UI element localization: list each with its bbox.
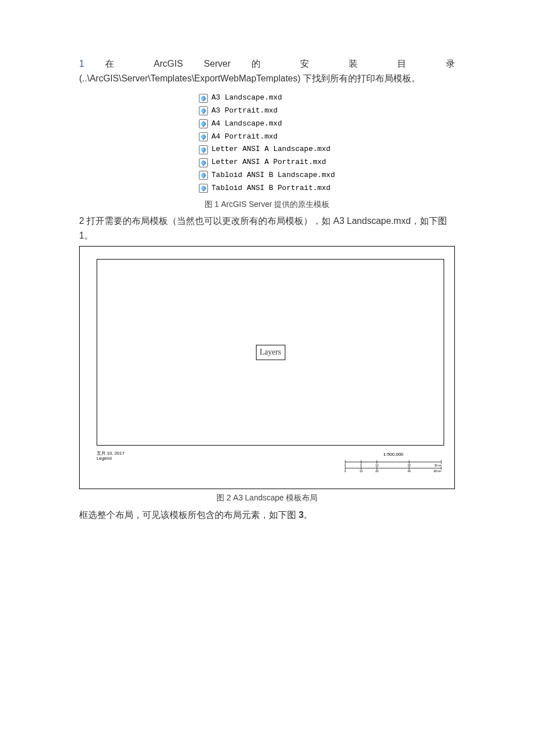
svg-text:20: 20 (407, 464, 411, 467)
svg-text:30 mi: 30 mi (435, 464, 441, 467)
scale-block: 1:500,000 0 5 10 20 30 mi (342, 451, 444, 472)
file-item: Tabloid ANSI B Portrait.mxd (199, 183, 331, 195)
svg-text:60 km: 60 km (433, 469, 441, 472)
file-item: Tabloid ANSI B Landscape.mxd (199, 170, 335, 182)
p1-w2: ArcGIS (154, 59, 183, 68)
paragraph-1-line-2: (..\ArcGIS\Server\Templates\ExportWebMap… (79, 71, 455, 86)
file-item: Letter ANSI A Landscape.mxd (199, 144, 331, 155)
paragraph-3: 框选整个布局，可见该模板所包含的布局元素，如下图 3。 (79, 508, 455, 522)
file-name: A3 Portrait.mxd (211, 105, 277, 117)
layout-footer-row: 五月 10, 2017 Legend 1:500,000 0 5 (97, 451, 444, 472)
file-name: Tabloid ANSI B Landscape.mxd (211, 170, 335, 182)
mxd-file-icon (199, 106, 208, 115)
p1-w3: Server (204, 59, 231, 68)
mxd-file-icon (199, 158, 208, 167)
file-name: A4 Portrait.mxd (211, 131, 277, 143)
p1-w4: 的 (251, 59, 279, 68)
layout-legend-label: Legend (97, 456, 124, 461)
mxd-file-icon (199, 132, 208, 141)
template-file-list: A3 Landscape.mxd A3 Portrait.mxd A4 Land… (199, 92, 335, 194)
paragraph-3-b: 。 (303, 510, 312, 520)
paragraph-2-text: 打开需要的布局模板（当然也可以更改所有的布局模板），如 A3 Landscape… (79, 216, 447, 240)
file-item: A3 Landscape.mxd (199, 92, 282, 104)
document-page: 1 在 ArcGIS Server 的 安 装 目 录 (..\ArcGIS\S… (0, 0, 534, 568)
svg-text:40: 40 (407, 469, 411, 472)
mxd-file-icon (199, 119, 208, 128)
scale-ratio: 1:500,000 (342, 451, 444, 459)
svg-text:20: 20 (375, 469, 379, 472)
mxd-file-icon (199, 94, 208, 103)
scale-tick-top: 0 (345, 464, 346, 467)
p1-w7: 目 (397, 59, 425, 68)
layout-preview: Layers 五月 10, 2017 Legend 1:500,000 (79, 246, 455, 489)
step-number-1: 1 (79, 59, 84, 68)
figure-1-caption: 图 1 ArcGIS Server 提供的原生模板 (79, 198, 455, 210)
p1-w6: 装 (349, 59, 376, 68)
layers-label: Layers (255, 345, 285, 360)
mxd-file-icon (199, 145, 208, 154)
figure-2-caption: 图 2 A3 Landscape 模板布局 (79, 491, 455, 504)
p1-w1: 在 (105, 59, 133, 68)
svg-text:10: 10 (359, 469, 363, 472)
file-item: A4 Landscape.mxd (199, 118, 282, 130)
p1-w8: 录 (446, 59, 455, 68)
file-name: A3 Landscape.mxd (211, 92, 282, 104)
file-item: A3 Portrait.mxd (199, 105, 277, 117)
file-name: Tabloid ANSI B Portrait.mxd (211, 183, 331, 195)
scale-bar: 0 5 10 20 30 mi 0 10 20 (342, 460, 444, 472)
svg-text:10: 10 (375, 464, 379, 467)
file-item: Letter ANSI A Portrait.mxd (199, 157, 326, 169)
mxd-file-icon (199, 171, 208, 180)
file-item: A4 Portrait.mxd (199, 131, 277, 143)
paragraph-3-a: 框选整个布局，可见该模板所包含的布局元素，如下图 (79, 510, 298, 520)
file-name: Letter ANSI A Landscape.mxd (211, 144, 331, 155)
file-name: A4 Landscape.mxd (211, 118, 282, 130)
mxd-file-icon (199, 184, 208, 193)
p1-w5: 安 (300, 59, 328, 68)
paragraph-2: 2 打开需要的布局模板（当然也可以更改所有的布局模板），如 A3 Landsca… (79, 214, 455, 243)
svg-text:0: 0 (345, 469, 346, 472)
date-legend-block: 五月 10, 2017 Legend (97, 451, 124, 461)
map-data-frame: Layers (97, 259, 444, 446)
step-number-2: 2 (79, 216, 84, 226)
svg-text:5: 5 (361, 464, 362, 467)
file-name: Letter ANSI A Portrait.mxd (211, 157, 326, 169)
paragraph-1-line-1: 1 在 ArcGIS Server 的 安 装 目 录 (79, 57, 455, 71)
